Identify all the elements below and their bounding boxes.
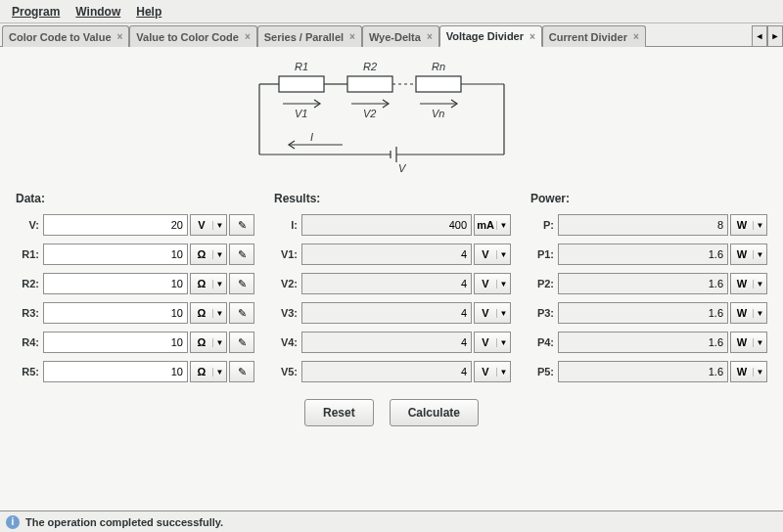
close-icon[interactable]: × — [349, 31, 355, 42]
svg-text:V2: V2 — [363, 108, 376, 119]
svg-text:I: I — [310, 131, 313, 143]
power-row-p2: P2: W▼ — [530, 272, 767, 295]
close-icon[interactable]: × — [530, 31, 535, 42]
menu-program[interactable]: Program — [4, 1, 68, 22]
unit-select-v3[interactable]: V▼ — [474, 302, 511, 324]
unit-select-p4[interactable]: W▼ — [730, 332, 767, 353]
tab-label: Wye-Delta — [369, 31, 421, 43]
menu-help[interactable]: Help — [128, 1, 169, 22]
label-v5: V5: — [274, 366, 301, 377]
close-icon[interactable]: × — [117, 31, 123, 42]
chevron-down-icon: ▼ — [212, 280, 226, 288]
unit-select-p2[interactable]: W▼ — [730, 273, 767, 294]
svg-text:R2: R2 — [363, 61, 377, 72]
input-v[interactable] — [43, 214, 188, 236]
input-r2[interactable] — [43, 273, 188, 294]
calculate-button[interactable]: Calculate — [390, 399, 479, 426]
svg-text:Rn: Rn — [432, 61, 445, 72]
unit-text: Ω — [191, 278, 212, 289]
unit-select-p1[interactable]: W▼ — [730, 244, 767, 265]
output-v4 — [301, 332, 472, 353]
svg-text:Vn: Vn — [432, 108, 444, 119]
label-r4: R4: — [16, 336, 43, 348]
unit-select-i[interactable]: mA▼ — [474, 214, 511, 236]
unit-select-r1[interactable]: Ω▼ — [190, 244, 227, 265]
close-icon[interactable]: × — [427, 31, 433, 42]
power-row-p3: P3: W▼ — [530, 301, 767, 325]
unit-select-v2[interactable]: V▼ — [474, 273, 511, 294]
unit-text: Ω — [191, 336, 212, 348]
tab-color-code-to-value[interactable]: Color Code to Value× — [2, 25, 129, 47]
clear-button-r5[interactable]: ✎ — [229, 361, 254, 382]
data-row-r5: R5: Ω▼ ✎ — [16, 360, 254, 383]
input-r4[interactable] — [43, 332, 188, 353]
clear-button-v[interactable]: ✎ — [229, 214, 254, 236]
chevron-down-icon: ▼ — [753, 338, 766, 347]
result-row-v4: V4: V▼ — [274, 331, 511, 354]
chevron-down-icon: ▼ — [212, 338, 226, 347]
unit-text: V — [475, 366, 496, 377]
close-icon[interactable]: × — [245, 31, 251, 42]
unit-text: V — [475, 278, 496, 289]
unit-text: V — [475, 307, 496, 319]
tab-current-divider[interactable]: Current Divider× — [542, 25, 646, 47]
label-i: I: — [274, 219, 301, 231]
svg-text:V1: V1 — [295, 108, 307, 119]
chevron-down-icon: ▼ — [753, 250, 766, 259]
menu-window[interactable]: Window — [68, 1, 128, 22]
chevron-down-icon: ▼ — [496, 221, 510, 230]
unit-select-r2[interactable]: Ω▼ — [190, 273, 227, 294]
chevron-down-icon: ▼ — [496, 338, 510, 347]
input-r5[interactable] — [43, 361, 188, 382]
label-v1: V1: — [274, 248, 301, 260]
unit-select-v[interactable]: V▼ — [190, 214, 227, 236]
results-header: Results: — [274, 192, 511, 205]
unit-select-p3[interactable]: W▼ — [730, 302, 767, 324]
label-r1: R1: — [16, 248, 43, 260]
close-icon[interactable]: × — [633, 31, 639, 42]
unit-select-p[interactable]: W▼ — [730, 214, 767, 236]
power-column: Power: P: W▼ P1: W▼ P2: W▼ P3: W▼ — [530, 192, 767, 389]
unit-select-p5[interactable]: W▼ — [730, 361, 767, 382]
unit-text: Ω — [191, 248, 212, 260]
menubar: Program Window Help — [0, 0, 783, 23]
label-r2: R2: — [16, 278, 43, 289]
unit-text: W — [731, 307, 753, 319]
unit-select-r3[interactable]: Ω▼ — [190, 302, 227, 324]
result-row-v1: V1: V▼ — [274, 243, 511, 266]
tab-value-to-color-code[interactable]: Value to Color Code× — [129, 25, 256, 47]
unit-select-v5[interactable]: V▼ — [474, 361, 511, 382]
data-row-v: V: V▼ ✎ — [16, 213, 254, 237]
info-icon: i — [6, 515, 20, 529]
clear-button-r2[interactable]: ✎ — [229, 273, 254, 294]
output-v5 — [301, 361, 472, 382]
tab-series-parallel[interactable]: Series / Parallel× — [257, 25, 362, 47]
unit-select-r5[interactable]: Ω▼ — [190, 361, 227, 382]
tab-wye-delta[interactable]: Wye-Delta× — [362, 25, 439, 47]
unit-text: W — [731, 248, 753, 260]
unit-text: mA — [475, 219, 496, 231]
reset-button[interactable]: Reset — [304, 399, 374, 426]
tab-scroll-left[interactable]: ◄ — [752, 25, 767, 47]
output-p1 — [558, 244, 728, 265]
output-v1 — [301, 244, 472, 265]
unit-select-v1[interactable]: V▼ — [474, 244, 511, 265]
tab-label: Voltage Divider — [446, 30, 524, 42]
clear-button-r4[interactable]: ✎ — [229, 332, 254, 353]
data-row-r1: R1: Ω▼ ✎ — [16, 243, 254, 266]
chevron-down-icon: ▼ — [496, 280, 510, 288]
unit-text: W — [731, 219, 753, 231]
unit-select-v4[interactable]: V▼ — [474, 332, 511, 353]
tab-label: Value to Color Code — [136, 31, 239, 43]
tab-voltage-divider[interactable]: Voltage Divider× — [439, 25, 542, 47]
clear-button-r3[interactable]: ✎ — [229, 302, 254, 324]
tab-scroll-right[interactable]: ► — [767, 25, 783, 47]
svg-rect-1 — [279, 76, 324, 92]
unit-select-r4[interactable]: Ω▼ — [190, 332, 227, 353]
input-r3[interactable] — [43, 302, 188, 324]
content-panel: R1 R2 Rn V1 V2 Vn I V Data: V: V▼ ✎ R1: — [0, 47, 783, 510]
clear-button-r1[interactable]: ✎ — [229, 244, 254, 265]
chevron-down-icon: ▼ — [753, 368, 766, 377]
input-r1[interactable] — [43, 244, 188, 265]
chevron-down-icon: ▼ — [496, 309, 510, 318]
